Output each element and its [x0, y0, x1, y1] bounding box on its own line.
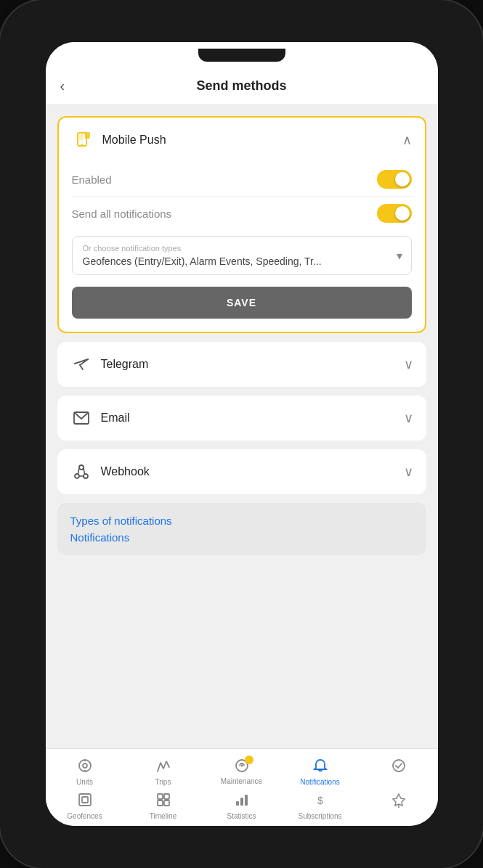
telegram-chevron: ∨	[404, 356, 413, 372]
main-content: Mobile Push ∧ Enabled Send all notificat…	[46, 105, 438, 748]
telegram-header[interactable]: Telegram ∨	[57, 342, 426, 387]
webhook-title: Webhook	[101, 465, 404, 478]
svg-line-6	[80, 365, 83, 369]
nav-item-timeline[interactable]: Timeline	[124, 789, 203, 823]
mobile-push-body: Enabled Send all notifications Or choose…	[59, 163, 425, 332]
telegram-title: Telegram	[101, 358, 404, 371]
check-icon	[391, 758, 407, 776]
page-header: ‹ Send methods	[46, 68, 438, 105]
svg-point-10	[84, 474, 88, 478]
svg-line-12	[78, 468, 79, 474]
notifications-link[interactable]: Notifications	[70, 531, 413, 544]
send-all-toggle[interactable]	[377, 204, 412, 223]
nav-item-pin[interactable]	[360, 789, 438, 823]
mobile-push-chevron: ∧	[402, 132, 412, 148]
timeline-label: Timeline	[150, 812, 176, 820]
svg-text:$: $	[317, 795, 323, 806]
email-chevron: ∨	[404, 410, 413, 426]
dropdown-value: Geofences (Entry/Exit), Alarm Events, Sp…	[83, 255, 401, 267]
nav-row-2: Geofences Timeline	[46, 789, 438, 823]
email-card: Email ∨	[57, 396, 426, 441]
email-header[interactable]: Email ∨	[57, 396, 426, 441]
links-card: Types of notifications Notifications	[57, 503, 426, 555]
mobile-push-card: Mobile Push ∧ Enabled Send all notificat…	[57, 116, 426, 333]
svg-line-13	[84, 468, 85, 474]
types-of-notifications-link[interactable]: Types of notifications	[70, 515, 413, 527]
subscriptions-label: Subscriptions	[298, 812, 341, 820]
page-title: Send methods	[196, 78, 286, 94]
nav-item-subscriptions[interactable]: $ Subscriptions	[281, 789, 360, 823]
webhook-icon	[70, 461, 92, 483]
svg-point-24	[393, 760, 405, 771]
svg-rect-31	[236, 801, 239, 806]
email-icon	[70, 407, 92, 429]
nav-item-geofences[interactable]: Geofences	[46, 789, 124, 823]
mobile-push-title: Mobile Push	[102, 134, 402, 147]
pin-icon	[391, 792, 407, 810]
statistics-icon	[234, 792, 250, 810]
svg-rect-28	[158, 801, 163, 806]
trips-icon	[155, 758, 171, 776]
svg-rect-32	[240, 798, 243, 806]
mobile-push-header[interactable]: Mobile Push ∧	[59, 118, 425, 163]
email-title: Email	[101, 412, 404, 425]
mobile-push-icon	[72, 129, 94, 151]
back-button[interactable]: ‹	[60, 78, 65, 94]
enabled-row: Enabled	[72, 163, 412, 196]
svg-rect-3	[85, 132, 90, 139]
webhook-chevron: ∨	[404, 464, 413, 480]
statistics-label: Statistics	[227, 812, 256, 820]
svg-rect-25	[79, 794, 91, 806]
svg-point-11	[79, 465, 84, 470]
svg-point-15	[79, 760, 91, 771]
svg-rect-1	[79, 134, 84, 140]
telegram-card: Telegram ∨	[57, 342, 426, 387]
webhook-card: Webhook ∨	[57, 449, 426, 494]
send-all-label: Send all notifications	[72, 208, 172, 220]
save-button[interactable]: SAVE	[72, 287, 412, 319]
timeline-icon	[155, 792, 171, 810]
geofences-icon	[77, 792, 93, 810]
phone-frame: ‹ Send methods Mobile Push	[0, 0, 483, 868]
svg-rect-26	[82, 797, 88, 803]
svg-rect-30	[164, 801, 169, 806]
nav-item-maintenance[interactable]: Maintenance	[203, 755, 281, 789]
svg-rect-27	[158, 794, 163, 799]
maintenance-badge	[245, 756, 253, 764]
svg-rect-33	[245, 795, 248, 806]
svg-point-16	[83, 763, 87, 768]
enabled-toggle[interactable]	[377, 170, 412, 189]
trips-label: Trips	[155, 778, 171, 786]
nav-item-trips[interactable]: Trips	[124, 755, 203, 789]
notifications-icon	[312, 758, 328, 776]
telegram-icon	[70, 353, 92, 375]
maintenance-icon-container	[234, 758, 250, 775]
webhook-header[interactable]: Webhook ∨	[57, 449, 426, 494]
geofences-label: Geofences	[67, 812, 102, 820]
notification-types-dropdown[interactable]: Or choose notification types Geofences (…	[72, 236, 412, 275]
send-all-row: Send all notifications	[72, 197, 412, 230]
nav-item-notifications[interactable]: Notifications	[281, 755, 360, 789]
svg-rect-29	[164, 794, 169, 799]
notch	[198, 49, 285, 62]
nav-item-check[interactable]	[360, 755, 438, 789]
bottom-navigation: Units Trips	[46, 748, 438, 826]
dropdown-arrow-icon: ▾	[397, 249, 402, 263]
phone-screen: ‹ Send methods Mobile Push	[46, 42, 438, 826]
units-label: Units	[76, 778, 93, 786]
notifications-nav-label: Notifications	[300, 778, 339, 786]
nav-item-statistics[interactable]: Statistics	[203, 789, 281, 823]
enabled-label: Enabled	[72, 173, 112, 186]
nav-row-1: Units Trips	[46, 755, 438, 789]
svg-point-9	[75, 474, 79, 478]
status-bar	[46, 42, 438, 68]
svg-point-20	[240, 765, 243, 767]
units-icon	[77, 758, 93, 776]
dropdown-placeholder: Or choose notification types	[83, 244, 401, 253]
nav-item-units[interactable]: Units	[46, 755, 124, 789]
maintenance-label: Maintenance	[221, 777, 262, 785]
subscriptions-icon: $	[312, 792, 328, 810]
svg-point-2	[81, 144, 83, 145]
